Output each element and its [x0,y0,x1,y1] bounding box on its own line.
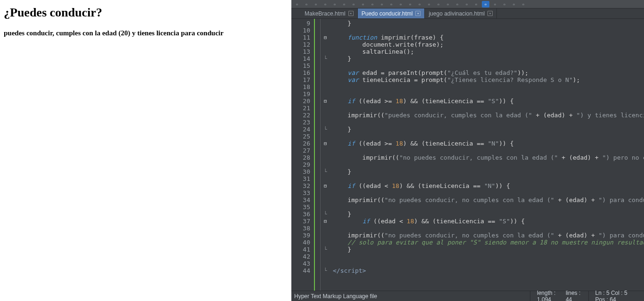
status-bar: Hyper Text Markup Language file length :… [291,291,644,301]
fold-end-icon [321,168,330,175]
fold-toggle-icon[interactable] [321,218,330,225]
macro-stop-icon[interactable]: ▫ [520,1,527,8]
code-line[interactable] [333,119,644,126]
fold-empty [321,76,330,83]
line-number: 11 [291,34,310,41]
code-line[interactable] [333,90,644,98]
fold-empty [321,203,330,211]
code-area[interactable]: 9101112131415161718192021222324252627282… [291,19,644,291]
code-line[interactable] [333,105,644,112]
close-icon[interactable]: ▫ [331,1,339,8]
code-line[interactable]: } [333,55,644,62]
fold-empty [321,196,330,203]
code-line[interactable]: var edad = parseInt(prompt("¿Cuál es tu … [333,69,644,76]
code-line[interactable] [333,260,644,267]
code-line[interactable]: saltarLinea(); [333,48,644,55]
fold-toggle-icon[interactable] [321,34,330,41]
undo-icon[interactable]: ▫ [378,1,386,8]
save-icon[interactable]: ▫ [312,1,320,8]
macro-play-icon[interactable]: ▫ [510,1,518,8]
fold-empty [321,90,330,98]
status-length: length : 1,094 lines : 44 [530,291,588,301]
line-number: 31 [291,175,310,182]
macro-rec-icon[interactable]: ▫ [501,1,508,8]
fold-end-icon [321,126,330,133]
code-line[interactable]: if ((edad < 18) && (tieneLicencia == "N"… [333,182,644,189]
code-line[interactable]: } [333,168,644,175]
code-line[interactable] [333,203,644,211]
line-number: 36 [291,211,310,218]
cut-icon[interactable]: ▫ [350,1,357,8]
line-number: 19 [291,90,310,98]
fold-end-icon [321,267,330,274]
close-icon[interactable]: × [487,11,493,16]
fold-toggle-icon[interactable] [321,98,330,105]
page-paragraph: puedes conducir, cumples con la edad (20… [4,29,288,37]
fold-empty [321,69,330,76]
fold-toggle-icon[interactable] [321,140,330,147]
fold-toggle-icon[interactable] [321,182,330,189]
code-line[interactable] [333,133,644,140]
open-icon[interactable]: ▫ [303,1,310,8]
status-filetype: Hyper Text Markup Language file [294,291,530,301]
code-line[interactable]: var tieneLicencia = prompt("¿Tienes lice… [333,76,644,83]
code-line[interactable]: } [333,211,644,218]
code-line[interactable]: imprimir(("no puedes conducir, no cumple… [333,196,644,203]
show-all-icon[interactable]: ▫ [454,1,461,8]
zoom-out-icon[interactable]: ▫ [425,1,433,8]
copy-icon[interactable]: ▫ [359,1,367,8]
indent-icon[interactable]: ▫ [463,1,471,8]
code-line[interactable] [333,175,644,182]
code-line[interactable]: document.write(frase); [333,41,644,48]
line-number: 15 [291,62,310,69]
print-icon[interactable]: ▫ [340,1,348,8]
line-number: 22 [291,112,310,119]
fold-empty [321,112,330,119]
fold-icon[interactable]: ▫ [482,1,489,8]
line-number: 16 [291,69,310,76]
code-line[interactable]: if ((edad >= 18) && (tieneLicencia == "N… [333,140,644,147]
fold-empty [321,161,330,168]
zoom-in-icon[interactable]: ▫ [416,1,423,8]
code-line[interactable]: } [333,20,644,27]
code-line[interactable]: imprimir(("puedes conducir, cumples con … [333,112,644,119]
fold-column[interactable] [321,19,330,291]
tab-makebrace-html[interactable]: MakeBrace.html× [301,8,358,18]
close-icon[interactable]: × [348,11,354,16]
code-line[interactable] [333,189,644,196]
line-number: 44 [291,267,310,274]
code-line[interactable]: if ((edad < 18) && (tieneLicencia == "S"… [333,218,644,225]
code-line[interactable] [333,253,644,260]
code-line[interactable] [333,161,644,168]
replace-icon[interactable]: ▫ [406,1,414,8]
outdent-icon[interactable]: ▫ [472,1,480,8]
line-number: 12 [291,41,310,48]
redo-icon[interactable]: ▫ [388,1,395,8]
code-line[interactable]: imprimir(("no puedes conducir, no cumple… [333,232,644,239]
unfold-icon[interactable]: ▫ [491,1,499,8]
code-line[interactable]: } [333,246,644,253]
code-line[interactable] [333,62,644,69]
code-line[interactable]: if ((edad >= 18) && (tieneLicencia == "S… [333,98,644,105]
code-line[interactable] [333,27,644,34]
paste-icon[interactable]: ▫ [369,1,376,8]
tab-juego-adivinacion-html[interactable]: juego adivinacion.html× [425,8,497,18]
wrap-icon[interactable]: ▫ [444,1,452,8]
save-all-icon[interactable]: ▫ [322,1,329,8]
line-number: 26 [291,140,310,147]
code-line[interactable]: </script> [333,267,644,274]
code-line[interactable]: } [333,126,644,133]
code-line[interactable]: // solo para evitar que al poner "S" sie… [333,239,644,246]
close-icon[interactable]: × [415,11,421,16]
code-line[interactable]: imprimir(("no puedes conducir, cumples c… [333,154,644,161]
line-number: 25 [291,133,310,140]
code-line[interactable]: function imprimir(frase) { [333,34,644,41]
code-line[interactable] [333,225,644,232]
code-text[interactable]: } function imprimir(frase) { document.wr… [330,19,644,291]
code-line[interactable] [333,83,644,90]
tab-puedo-conducir-html[interactable]: Puedo conducir.html× [358,8,425,18]
find-icon[interactable]: ▫ [397,1,405,8]
new-icon[interactable]: ▫ [293,1,301,8]
sync-icon[interactable]: ▫ [435,1,442,8]
code-line[interactable] [333,147,644,154]
